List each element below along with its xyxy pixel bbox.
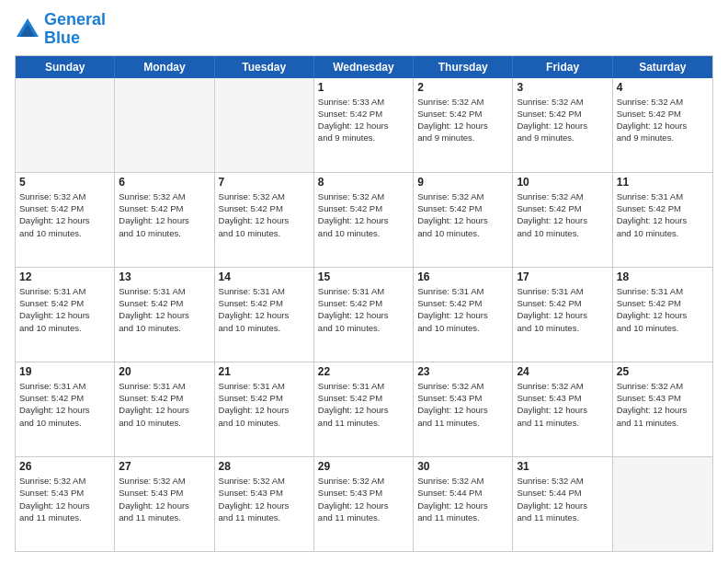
cell-info: Sunrise: 5:32 AM Sunset: 5:43 PM Dayligh… [19,475,110,523]
calendar-cell: 14Sunrise: 5:31 AM Sunset: 5:42 PM Dayli… [215,268,314,362]
cell-info: Sunrise: 5:32 AM Sunset: 5:43 PM Dayligh… [119,475,210,523]
calendar-row: 5Sunrise: 5:32 AM Sunset: 5:42 PM Daylig… [16,173,712,268]
cell-info: Sunrise: 5:32 AM Sunset: 5:42 PM Dayligh… [19,190,110,239]
calendar-cell: 11Sunrise: 5:31 AM Sunset: 5:42 PM Dayli… [613,173,712,267]
calendar-header: SundayMondayTuesdayWednesdayThursdayFrid… [16,56,712,78]
day-number: 10 [517,176,608,189]
day-number: 1 [318,81,409,94]
calendar-cell: 28Sunrise: 5:32 AM Sunset: 5:43 PM Dayli… [215,457,314,551]
day-number: 20 [119,365,210,378]
day-number: 30 [417,460,508,473]
day-number: 7 [219,176,310,189]
header: General Blue [15,11,713,48]
cell-info: Sunrise: 5:31 AM Sunset: 5:42 PM Dayligh… [119,285,210,334]
calendar-cell: 17Sunrise: 5:31 AM Sunset: 5:42 PM Dayli… [513,268,612,362]
calendar-cell [16,78,115,172]
cell-info: Sunrise: 5:32 AM Sunset: 5:42 PM Dayligh… [517,96,608,144]
day-number: 24 [517,365,608,378]
cell-info: Sunrise: 5:32 AM Sunset: 5:42 PM Dayligh… [219,190,310,239]
cell-info: Sunrise: 5:31 AM Sunset: 5:42 PM Dayligh… [119,380,210,429]
day-number: 19 [19,365,110,378]
day-number: 6 [119,176,210,189]
day-number: 31 [517,460,608,473]
calendar-cell: 16Sunrise: 5:31 AM Sunset: 5:42 PM Dayli… [414,268,513,362]
calendar-cell: 1Sunrise: 5:33 AM Sunset: 5:42 PM Daylig… [314,78,414,172]
calendar-cell: 24Sunrise: 5:32 AM Sunset: 5:43 PM Dayli… [513,362,612,456]
day-name-wednesday: Wednesday [314,56,414,78]
day-number: 14 [219,270,310,283]
cell-info: Sunrise: 5:32 AM Sunset: 5:43 PM Dayligh… [617,380,709,429]
day-name-saturday: Saturday [613,56,712,78]
cell-info: Sunrise: 5:31 AM Sunset: 5:42 PM Dayligh… [417,285,508,334]
day-number: 15 [318,270,409,283]
calendar-cell: 23Sunrise: 5:32 AM Sunset: 5:43 PM Dayli… [414,362,513,456]
cell-info: Sunrise: 5:33 AM Sunset: 5:42 PM Dayligh… [318,96,409,144]
day-number: 29 [318,460,409,473]
cell-info: Sunrise: 5:32 AM Sunset: 5:43 PM Dayligh… [219,475,310,523]
cell-info: Sunrise: 5:32 AM Sunset: 5:43 PM Dayligh… [318,475,409,523]
cell-info: Sunrise: 5:32 AM Sunset: 5:43 PM Dayligh… [517,380,608,429]
calendar-cell: 31Sunrise: 5:32 AM Sunset: 5:44 PM Dayli… [513,457,612,551]
calendar-cell: 9Sunrise: 5:32 AM Sunset: 5:42 PM Daylig… [414,173,513,267]
calendar-cell [613,457,712,551]
cell-info: Sunrise: 5:31 AM Sunset: 5:42 PM Dayligh… [219,380,310,429]
calendar-cell: 21Sunrise: 5:31 AM Sunset: 5:42 PM Dayli… [215,362,314,456]
calendar-cell: 29Sunrise: 5:32 AM Sunset: 5:43 PM Dayli… [314,457,414,551]
day-number: 21 [219,365,310,378]
calendar-cell: 8Sunrise: 5:32 AM Sunset: 5:42 PM Daylig… [314,173,414,267]
cell-info: Sunrise: 5:32 AM Sunset: 5:42 PM Dayligh… [318,190,409,239]
day-number: 28 [219,460,310,473]
cell-info: Sunrise: 5:32 AM Sunset: 5:42 PM Dayligh… [517,190,608,239]
cell-info: Sunrise: 5:32 AM Sunset: 5:44 PM Dayligh… [517,475,608,523]
day-number: 11 [617,176,709,189]
day-name-monday: Monday [115,56,214,78]
calendar-cell: 3Sunrise: 5:32 AM Sunset: 5:42 PM Daylig… [513,78,612,172]
calendar-cell: 6Sunrise: 5:32 AM Sunset: 5:42 PM Daylig… [115,173,214,267]
day-number: 9 [417,176,508,189]
calendar-cell: 19Sunrise: 5:31 AM Sunset: 5:42 PM Dayli… [16,362,115,456]
calendar-body: 1Sunrise: 5:33 AM Sunset: 5:42 PM Daylig… [16,78,712,551]
cell-info: Sunrise: 5:31 AM Sunset: 5:42 PM Dayligh… [219,285,310,334]
logo-text-general: General [44,11,106,29]
cell-info: Sunrise: 5:32 AM Sunset: 5:43 PM Dayligh… [417,380,508,429]
day-number: 23 [417,365,508,378]
cell-info: Sunrise: 5:31 AM Sunset: 5:42 PM Dayligh… [318,380,409,429]
cell-info: Sunrise: 5:31 AM Sunset: 5:42 PM Dayligh… [617,190,709,239]
calendar-row: 1Sunrise: 5:33 AM Sunset: 5:42 PM Daylig… [16,78,712,173]
day-number: 3 [517,81,608,94]
calendar-cell: 5Sunrise: 5:32 AM Sunset: 5:42 PM Daylig… [16,173,115,267]
day-name-sunday: Sunday [16,56,115,78]
day-number: 26 [19,460,110,473]
cell-info: Sunrise: 5:31 AM Sunset: 5:42 PM Dayligh… [318,285,409,334]
cell-info: Sunrise: 5:31 AM Sunset: 5:42 PM Dayligh… [19,380,110,429]
calendar-cell: 4Sunrise: 5:32 AM Sunset: 5:42 PM Daylig… [613,78,712,172]
calendar-cell: 20Sunrise: 5:31 AM Sunset: 5:42 PM Dayli… [115,362,214,456]
day-number: 13 [119,270,210,283]
logo: General Blue [15,11,106,48]
day-number: 25 [617,365,709,378]
day-number: 4 [617,81,709,94]
calendar-cell: 18Sunrise: 5:31 AM Sunset: 5:42 PM Dayli… [613,268,712,362]
calendar-cell: 30Sunrise: 5:32 AM Sunset: 5:44 PM Dayli… [414,457,513,551]
cell-info: Sunrise: 5:32 AM Sunset: 5:44 PM Dayligh… [417,475,508,523]
cell-info: Sunrise: 5:32 AM Sunset: 5:42 PM Dayligh… [417,96,508,144]
calendar-cell: 7Sunrise: 5:32 AM Sunset: 5:42 PM Daylig… [215,173,314,267]
day-number: 2 [417,81,508,94]
calendar-cell [215,78,314,172]
cell-info: Sunrise: 5:32 AM Sunset: 5:42 PM Dayligh… [417,190,508,239]
calendar-row: 19Sunrise: 5:31 AM Sunset: 5:42 PM Dayli… [16,362,712,457]
calendar-cell: 22Sunrise: 5:31 AM Sunset: 5:42 PM Dayli… [314,362,414,456]
calendar-cell: 13Sunrise: 5:31 AM Sunset: 5:42 PM Dayli… [115,268,214,362]
calendar-cell: 26Sunrise: 5:32 AM Sunset: 5:43 PM Dayli… [16,457,115,551]
cell-info: Sunrise: 5:31 AM Sunset: 5:42 PM Dayligh… [617,285,709,334]
cell-info: Sunrise: 5:32 AM Sunset: 5:42 PM Dayligh… [119,190,210,239]
day-number: 22 [318,365,409,378]
day-number: 8 [318,176,409,189]
calendar-cell: 2Sunrise: 5:32 AM Sunset: 5:42 PM Daylig… [414,78,513,172]
day-number: 5 [19,176,110,189]
calendar-cell: 27Sunrise: 5:32 AM Sunset: 5:43 PM Dayli… [115,457,214,551]
calendar-cell: 25Sunrise: 5:32 AM Sunset: 5:43 PM Dayli… [613,362,712,456]
day-number: 18 [617,270,709,283]
cell-info: Sunrise: 5:31 AM Sunset: 5:42 PM Dayligh… [19,285,110,334]
calendar-row: 26Sunrise: 5:32 AM Sunset: 5:43 PM Dayli… [16,457,712,551]
